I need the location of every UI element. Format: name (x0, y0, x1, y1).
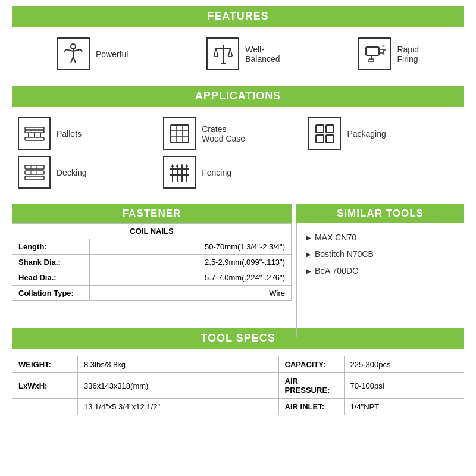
svg-line-6 (71, 57, 73, 63)
head-value: 5.7-7.0mm(.224"-.276") (90, 270, 292, 286)
fastener-header: FASTENER (12, 204, 292, 223)
collation-value: Wire (90, 286, 292, 301)
svg-marker-16 (222, 45, 224, 47)
features-header: FEATURES (12, 6, 464, 27)
length-value: 50-70mm(1 3/4"-2 3/4") (90, 239, 292, 255)
head-label: Head Dia.: (12, 270, 90, 286)
shank-value: 2.5-2.9mm(.099"-.113") (90, 255, 292, 270)
rapid-icon (358, 37, 391, 70)
svg-line-14 (230, 48, 232, 55)
list-item: MAX CN70 (306, 229, 454, 246)
svg-rect-26 (25, 127, 44, 130)
air-pressure-value: 70-100psi (344, 373, 464, 399)
svg-marker-55 (186, 164, 188, 167)
empty-label (12, 399, 78, 415)
table-row: WEIGHT: 8.3lbs/3.8kg CAPACITY: 225-300pc… (12, 356, 464, 373)
svg-rect-20 (369, 59, 374, 62)
feature-powerful: Powerful (57, 37, 128, 70)
list-item: Bostitch N70CB (306, 246, 454, 262)
pallets-icon (18, 117, 51, 150)
air-inlet-label: AIR INLET: (278, 399, 344, 415)
fencing-label: Fencing (202, 168, 231, 177)
packaging-icon (308, 117, 341, 150)
app-fencing: Fencing (163, 156, 308, 189)
powerful-label: Powerful (96, 49, 128, 59)
similar-tool-name: Bostitch N70CB (315, 249, 374, 259)
fastener-similar-container: FASTENER COIL NAILS Length: 50-70mm(1 3/… (12, 204, 464, 318)
svg-rect-24 (25, 137, 44, 140)
packaging-label: Packaging (347, 129, 386, 139)
svg-point-0 (71, 44, 76, 49)
table-row: Head Dia.: 5.7-7.0mm(.224"-.276") (12, 270, 292, 286)
svg-rect-30 (171, 125, 189, 143)
svg-rect-38 (326, 135, 334, 143)
app-pallets: Pallets (18, 117, 163, 150)
svg-rect-36 (326, 125, 334, 133)
svg-line-4 (73, 49, 80, 51)
similar-tools-header: SIMILAR TOOLS (296, 204, 464, 223)
svg-line-23 (383, 53, 384, 55)
decking-label: Decking (57, 168, 87, 177)
table-row: Collation Type: Wire (12, 286, 292, 301)
rapid-label: RapidFiring (397, 45, 419, 64)
decking-icon (18, 156, 51, 189)
features-section: FEATURES Powerful (12, 6, 464, 76)
applications-grid: Pallets CratesWood Case (12, 114, 464, 195)
feature-balanced: Well-Balanced (206, 37, 280, 70)
air-pressure-label: AIR PRESSURE: (278, 373, 344, 399)
table-row: Shank Dia.: 2.5-2.9mm(.099"-.113") (12, 255, 292, 270)
air-inlet-value: 1/4"NPT (344, 399, 464, 415)
svg-line-2 (66, 49, 73, 51)
svg-line-5 (80, 49, 82, 52)
svg-line-12 (216, 48, 218, 55)
table-row: LxWxH: 336x143x318(mm) AIR PRESSURE: 70-… (12, 373, 464, 399)
svg-marker-51 (176, 164, 178, 167)
fastener-section: FASTENER COIL NAILS Length: 50-70mm(1 3/… (12, 204, 292, 318)
collation-label: Collation Type: (12, 286, 90, 301)
tool-specs-section: TOOL SPECS WEIGHT: 8.3lbs/3.8kg CAPACITY… (12, 328, 464, 415)
capacity-value: 225-300pcs (344, 356, 464, 373)
list-item: BeA 700DC (306, 262, 454, 279)
svg-line-7 (73, 57, 76, 63)
features-row: Powerful (12, 34, 464, 76)
svg-rect-41 (25, 176, 44, 180)
app-decking: Decking (18, 156, 163, 189)
crates-label: CratesWood Case (202, 124, 245, 143)
balanced-label: Well-Balanced (245, 45, 280, 64)
weight-label: WEIGHT: (12, 356, 78, 373)
svg-rect-17 (366, 47, 379, 55)
lwxh-label: LxWxH: (12, 373, 78, 399)
svg-line-21 (383, 45, 384, 47)
fencing-icon (163, 156, 196, 189)
balance-icon (206, 37, 239, 70)
feature-rapid: RapidFiring (358, 37, 419, 70)
similar-tools-section: SIMILAR TOOLS MAX CN70 Bostitch N70CB Be… (296, 204, 464, 318)
pallets-label: Pallets (57, 129, 82, 139)
similar-tool-name: BeA 700DC (315, 266, 358, 275)
coil-nails-header: COIL NAILS (12, 224, 292, 239)
lwxh-value: 336x143x318(mm) (78, 373, 279, 399)
app-crates: CratesWood Case (163, 117, 308, 150)
similar-tool-name: MAX CN70 (315, 233, 356, 242)
svg-marker-49 (171, 164, 174, 167)
capacity-label: CAPACITY: (278, 356, 344, 373)
svg-rect-40 (25, 171, 44, 174)
svg-marker-53 (181, 164, 183, 167)
applications-section: APPLICATIONS Pallets (12, 86, 464, 195)
crates-icon (163, 117, 196, 150)
table-row: Length: 50-70mm(1 3/4"-2 3/4") (12, 239, 292, 255)
lwxh-value2: 13 1/4"x5 3/4"x12 1/2" (78, 399, 279, 415)
similar-tools-list: MAX CN70 Bostitch N70CB BeA 700DC (296, 223, 464, 337)
svg-rect-25 (25, 130, 44, 133)
svg-line-13 (228, 48, 230, 55)
weight-value: 8.3lbs/3.8kg (78, 356, 279, 373)
svg-rect-18 (379, 49, 384, 53)
table-row: 13 1/4"x5 3/4"x12 1/2" AIR INLET: 1/4"NP… (12, 399, 464, 415)
svg-line-3 (64, 49, 66, 52)
length-label: Length: (12, 239, 90, 255)
powerful-icon (57, 37, 90, 70)
svg-rect-37 (316, 135, 324, 143)
svg-line-11 (214, 48, 216, 55)
specs-table: WEIGHT: 8.3lbs/3.8kg CAPACITY: 225-300pc… (12, 356, 464, 415)
svg-rect-35 (316, 125, 324, 133)
